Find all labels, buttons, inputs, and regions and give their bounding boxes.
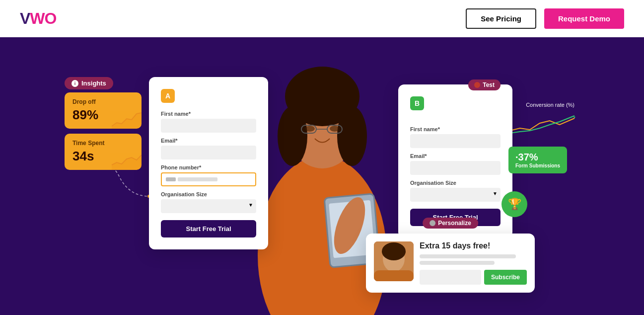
drop-off-card: Drop off 89% [65,92,142,129]
subscribe-button[interactable]: Subscribe [484,270,527,285]
personalize-badge: Personalize [423,218,478,229]
conversion-card: Conversion rate (%) [510,102,574,138]
personalize-subscribe-row: Subscribe [420,270,527,285]
request-demo-button[interactable]: Request Demo [544,8,624,29]
svg-point-9 [337,106,367,166]
header: VWO See Pricing Request Demo [0,0,644,37]
personalize-line-2 [420,261,495,265]
see-pricing-button[interactable]: See Pricing [466,8,536,29]
main-section: i Insights Drop off 89% Time Spent 34s A… [0,37,644,315]
form-b-firstname-label: First name* [410,126,501,132]
form-card-b: Test B First name* Email* Organisation S… [398,84,512,238]
form-b-email-input[interactable] [410,161,501,175]
form-b-firstname-input[interactable] [410,134,501,148]
svg-marker-0 [112,113,142,129]
test-badge: Test [468,79,501,90]
form-a-org-select[interactable]: ▼ [161,199,256,213]
form-b-select-arrow: ▼ [493,191,498,196]
personalize-lines [420,254,527,265]
form-a-cta-button[interactable]: Start Free Trial [161,220,256,237]
form-a-firstname-label: First name* [161,111,256,117]
form-b-org-select[interactable]: ▼ [410,188,501,202]
time-spent-chart [112,150,142,170]
time-spent-label: Time Spent [72,140,134,147]
form-card-a: A First name* Email* Phone number* Organ… [149,77,268,249]
svg-rect-21 [374,270,414,281]
personalize-card: Personalize Extra 15 days free! [366,234,535,293]
form-badge-a: A [161,89,175,103]
form-submissions-badge: ·37% Form Submissions [508,147,567,173]
form-a-firstname-input[interactable] [161,119,256,133]
submissions-pct: ·37% [515,152,560,163]
header-actions: See Pricing Request Demo [466,8,624,29]
personalize-title: Extra 15 days free! [420,241,527,250]
personalize-person-svg [374,241,414,281]
submissions-label: Form Submissions [515,163,560,168]
insights-card: i Insights Drop off 89% Time Spent 34s [65,77,142,175]
logo: VWO [20,9,56,28]
drop-off-chart [112,109,142,129]
insights-icon: i [72,80,78,87]
conversion-chart [510,111,574,136]
form-a-phone-input[interactable] [161,172,256,186]
drop-off-label: Drop off [72,98,134,105]
form-a-org-label: Organisation Size [161,191,256,197]
svg-point-11 [330,126,340,132]
conversion-label: Conversion rate (%) [510,102,574,108]
form-a-email-label: Email* [161,138,256,144]
svg-point-10 [305,126,315,132]
trophy-badge: 🏆 [501,191,527,217]
form-badge-b: B [410,96,424,110]
svg-point-20 [382,242,406,260]
personalize-line-1 [420,254,516,258]
form-a-email-input[interactable] [161,146,256,159]
time-spent-card: Time Spent 34s [65,134,142,170]
form-b-email-label: Email* [410,153,501,159]
personalize-person-image [374,241,414,281]
insights-badge: i Insights [65,77,113,89]
form-b-org-label: Organisation Size [410,180,501,186]
subscribe-input[interactable] [420,270,481,285]
svg-point-8 [278,106,307,166]
form-a-phone-label: Phone number* [161,164,256,170]
personalize-content: Extra 15 days free! Subscribe [420,241,527,285]
form-a-select-arrow: ▼ [248,202,253,208]
